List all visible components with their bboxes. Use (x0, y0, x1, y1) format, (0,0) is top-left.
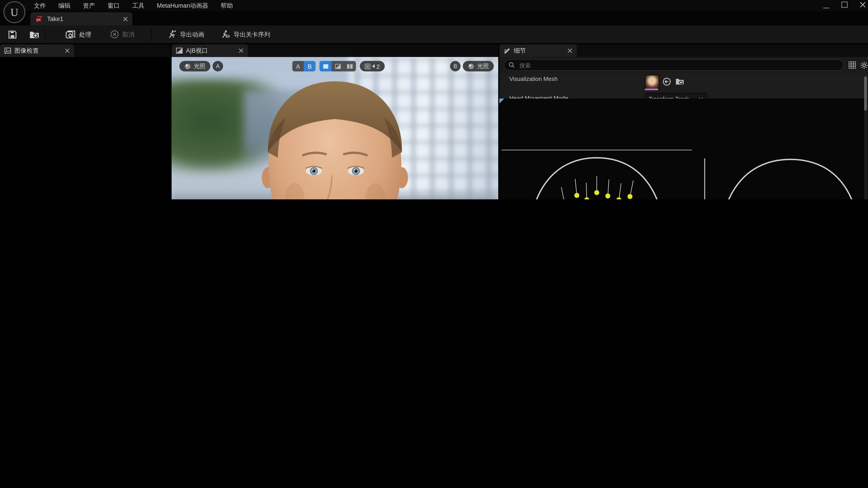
search-icon (509, 62, 515, 68)
process-button[interactable]: 处理 (65, 26, 91, 43)
property-label: Visualization Mesh (509, 75, 558, 82)
use-selected-icon[interactable] (662, 78, 671, 86)
unreal-logo-icon[interactable]: U (3, 1, 26, 23)
property-matrix-icon[interactable] (848, 61, 856, 69)
split-view-icon (176, 48, 183, 54)
browse-asset-icon[interactable] (29, 30, 39, 39)
tab-close-icon[interactable] (65, 48, 70, 53)
lit-mode-button-left[interactable]: 光照 (179, 61, 210, 71)
menu-asset[interactable]: 资产 (78, 0, 100, 11)
scrollbar-thumb[interactable] (864, 77, 867, 111)
minimize-button[interactable] (823, 2, 829, 8)
close-button[interactable] (860, 2, 866, 8)
lit-label-right: 光照 (477, 62, 489, 70)
details-search-input[interactable] (518, 61, 839, 69)
layout-single-icon[interactable] (319, 61, 332, 71)
thumbnail-asset-color (645, 89, 658, 90)
mesh-thumbnail[interactable] (645, 75, 659, 89)
layout-split-icon[interactable] (332, 61, 344, 71)
tab-image-review-label: 图像检查 (14, 47, 39, 55)
asset-tab-bar: Take1 (0, 11, 868, 26)
lit-mode-button-right[interactable]: 光照 (463, 61, 494, 71)
menu-bar: 文件 编辑 资产 窗口 工具 MetaHuman动画器 帮助 (29, 0, 238, 11)
viewport-render[interactable]: 光照 A A B (172, 57, 498, 200)
image-review-panel: 图像检查 (0, 44, 170, 200)
camera-b-badge[interactable]: B (450, 61, 461, 71)
main-toolbar: 处理 取消 导出动画 导出关卡序列 (0, 26, 868, 44)
property-label: Head Movement Mode (509, 95, 568, 98)
tab-image-review[interactable]: 图像检查 (0, 44, 74, 57)
head-movement-mode-dropdown[interactable]: Transform Track (645, 93, 707, 98)
camera-a-badge[interactable]: A (213, 61, 223, 71)
tab-take1[interactable]: Take1 (31, 12, 132, 26)
details-panel: 细节 Visualization Mesh (499, 44, 868, 200)
ab-viewport-panel: A|B视口 (172, 44, 498, 200)
maximize-button[interactable] (841, 2, 847, 8)
lit-label-left: 光照 (194, 62, 205, 70)
triangle-left-icon (372, 64, 375, 68)
cancel-label: 取消 (122, 30, 134, 38)
layout-dual-icon[interactable] (344, 61, 356, 71)
tab-close-icon[interactable] (567, 48, 572, 53)
tab-ab-viewport-label: A|B视口 (186, 47, 208, 55)
menu-file[interactable]: 文件 (29, 0, 51, 11)
ab-compare-toggle[interactable]: A B (292, 61, 315, 71)
menu-tools[interactable]: 工具 (127, 0, 149, 11)
menu-metahuman-animator[interactable]: MetaHuman动画器 (152, 0, 213, 11)
take-recorder-icon (35, 15, 43, 22)
details-scrollbar[interactable] (864, 75, 867, 200)
list-icon (365, 63, 370, 69)
view-layout-toggle[interactable] (319, 61, 356, 71)
export-level-sequence-label: 导出关卡序列 (234, 30, 270, 38)
unreal-metahuman-window: 文件 编辑 资产 窗口 工具 MetaHuman动画器 帮助 U Take1 (0, 0, 868, 200)
main-area: 图像检查 A|B视口 (0, 43, 868, 200)
lit-sphere-icon (184, 63, 191, 69)
view-count-value: 2 (376, 63, 379, 69)
ab-toggle-b[interactable]: B (304, 61, 315, 71)
tab-close-icon[interactable] (239, 48, 244, 53)
browse-to-asset-icon[interactable] (675, 78, 684, 85)
ab-toggle-a[interactable]: A (292, 61, 304, 71)
lit-sphere-icon (468, 63, 474, 69)
tab-ab-viewport[interactable]: A|B视口 (172, 44, 248, 57)
tab-details[interactable]: 细节 (499, 44, 577, 57)
tab-details-label: 细节 (514, 47, 526, 55)
face-control-board[interactable]: mouth sticky tongue (499, 98, 864, 200)
settings-gear-icon[interactable] (860, 61, 868, 69)
view-count-control[interactable]: 2 (360, 61, 385, 71)
details-pencil-icon (504, 47, 510, 54)
export-animation-button[interactable]: 导出动画 (167, 26, 204, 43)
face-board-front-head[interactable]: mouth sticky tongue (499, 98, 704, 200)
export-animation-label: 导出动画 (180, 30, 204, 38)
image-review-viewport[interactable] (0, 57, 170, 200)
face-board-tweakers-head[interactable]: face scrunch eyelashes eyelashes eyelids… (704, 98, 864, 200)
tab-close-icon[interactable] (123, 16, 128, 21)
save-icon[interactable] (8, 30, 17, 39)
process-label: 处理 (79, 30, 91, 38)
menu-window[interactable]: 窗口 (103, 0, 125, 11)
tab-take1-label: Take1 (47, 16, 63, 22)
details-search-box[interactable] (504, 59, 844, 71)
title-bar: 文件 编辑 资产 窗口 工具 MetaHuman动画器 帮助 (0, 0, 868, 11)
image-icon (4, 48, 11, 54)
menu-help[interactable]: 帮助 (216, 0, 238, 11)
export-level-sequence-button[interactable]: 导出关卡序列 (221, 26, 270, 43)
menu-edit[interactable]: 编辑 (53, 0, 75, 11)
metahuman-face (172, 57, 498, 200)
cancel-button[interactable]: 取消 (110, 26, 134, 43)
